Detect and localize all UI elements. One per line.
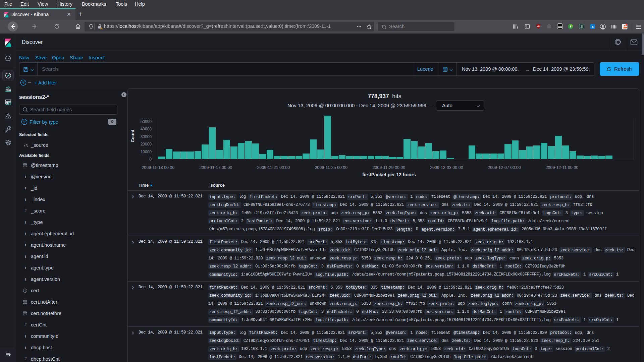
svg-text:s: s — [592, 24, 594, 28]
svg-text:uO: uO — [537, 25, 540, 27]
svg-text:S: S — [580, 24, 583, 28]
